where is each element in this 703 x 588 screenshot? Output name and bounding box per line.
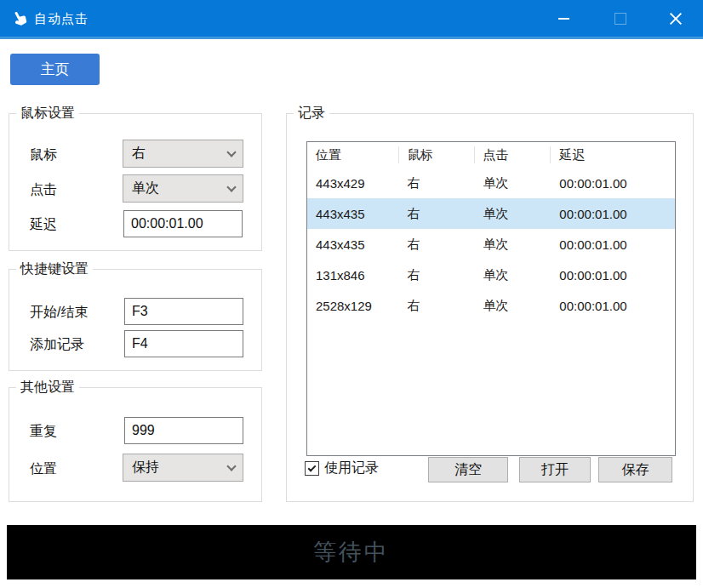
titlebar: 自动点击 bbox=[0, 0, 703, 39]
record-cell-click: 单次 bbox=[475, 206, 552, 222]
record-cell-delay: 00:00:01.00 bbox=[551, 237, 675, 252]
mouse-button-label: 鼠标 bbox=[30, 146, 57, 164]
click-type-label: 点击 bbox=[30, 181, 57, 199]
delay-label: 延迟 bbox=[30, 216, 57, 234]
app-hand-icon bbox=[11, 9, 30, 29]
mouse-button-value: 右 bbox=[132, 145, 146, 163]
add-record-hotkey-input[interactable] bbox=[124, 330, 243, 357]
check-icon bbox=[308, 463, 317, 471]
use-records-checkbox[interactable]: 使用记录 bbox=[305, 460, 379, 477]
close-button[interactable] bbox=[656, 0, 695, 37]
maximize-button[interactable] bbox=[601, 0, 640, 37]
record-cell-click: 单次 bbox=[475, 267, 552, 283]
click-type-value: 单次 bbox=[132, 180, 159, 197]
column-header-delay[interactable]: 延迟 bbox=[551, 146, 675, 163]
clear-button[interactable]: 清空 bbox=[428, 457, 508, 482]
start-stop-hotkey-input[interactable] bbox=[124, 298, 243, 325]
table-row[interactable]: 443x435 右 单次 00:00:01.00 bbox=[307, 229, 675, 260]
record-cell-mouse: 右 bbox=[399, 206, 475, 222]
records-table-header: 位置 鼠标 点击 延迟 bbox=[307, 142, 675, 168]
other-settings-title: 其他设置 bbox=[16, 379, 79, 397]
save-button[interactable]: 保存 bbox=[598, 457, 672, 482]
close-icon bbox=[669, 12, 683, 26]
window-title: 自动点击 bbox=[34, 11, 89, 27]
record-cell-mouse: 右 bbox=[399, 267, 475, 283]
delay-input[interactable] bbox=[123, 210, 243, 237]
click-type-select[interactable]: 单次 bbox=[123, 174, 243, 203]
column-header-click[interactable]: 点击 bbox=[475, 146, 552, 163]
record-cell-delay: 00:00:01.00 bbox=[551, 207, 675, 221]
table-row[interactable]: 443x429 右 单次 00:00:01.00 bbox=[307, 168, 675, 198]
record-cell-mouse: 右 bbox=[399, 175, 475, 191]
open-button[interactable]: 打开 bbox=[519, 457, 591, 482]
app-window: 自动点击 主页 鼠标设置 鼠标 右 点击 单次 延迟 快捷键设置 开始/结束 添… bbox=[0, 0, 703, 588]
start-stop-label: 开始/结束 bbox=[30, 304, 88, 322]
record-cell-click: 单次 bbox=[475, 175, 552, 191]
record-cell-mouse: 右 bbox=[399, 237, 475, 253]
record-cell-click: 单次 bbox=[475, 298, 552, 314]
record-cell-delay: 00:00:01.00 bbox=[551, 268, 675, 283]
chevron-down-icon bbox=[226, 461, 236, 471]
record-cell-position: 131x846 bbox=[307, 268, 399, 283]
maximize-icon bbox=[614, 13, 626, 25]
other-settings-group: 其他设置 bbox=[9, 387, 262, 502]
position-label: 位置 bbox=[30, 460, 57, 478]
repeat-label: 重复 bbox=[30, 423, 57, 441]
hotkey-settings-title: 快捷键设置 bbox=[16, 260, 93, 278]
record-cell-position: 2528x129 bbox=[307, 299, 399, 313]
record-cell-delay: 00:00:01.00 bbox=[551, 176, 675, 191]
record-cell-position: 443x435 bbox=[307, 237, 399, 252]
table-row-selected[interactable]: 443x435 右 单次 00:00:01.00 bbox=[307, 198, 675, 229]
repeat-count-input[interactable] bbox=[124, 417, 243, 444]
record-cell-position: 443x435 bbox=[307, 207, 399, 221]
column-header-mouse[interactable]: 鼠标 bbox=[399, 146, 475, 163]
minimize-button[interactable] bbox=[544, 0, 583, 37]
table-row[interactable]: 2528x129 右 单次 00:00:01.00 bbox=[307, 290, 675, 321]
table-row[interactable]: 131x846 右 单次 00:00:01.00 bbox=[307, 260, 675, 290]
checkbox-checked-icon bbox=[305, 461, 319, 476]
position-mode-select[interactable]: 保持 bbox=[123, 454, 243, 482]
records-title: 记录 bbox=[294, 105, 329, 123]
home-button[interactable]: 主页 bbox=[10, 54, 100, 85]
status-bar: 等待中 bbox=[7, 525, 696, 579]
chevron-down-icon bbox=[226, 182, 236, 191]
use-records-label: 使用记录 bbox=[324, 460, 379, 477]
chevron-down-icon bbox=[226, 147, 236, 157]
minimize-icon bbox=[558, 18, 569, 20]
record-cell-delay: 00:00:01.00 bbox=[551, 299, 675, 313]
record-cell-click: 单次 bbox=[475, 237, 552, 253]
record-cell-position: 443x429 bbox=[307, 176, 399, 191]
record-cell-mouse: 右 bbox=[399, 298, 475, 314]
mouse-button-select[interactable]: 右 bbox=[123, 140, 243, 168]
position-mode-value: 保持 bbox=[132, 459, 159, 477]
mouse-settings-title: 鼠标设置 bbox=[16, 105, 79, 123]
add-record-label: 添加记录 bbox=[30, 336, 84, 354]
records-table: 位置 鼠标 点击 延迟 443x429 右 单次 00:00:01.00 443… bbox=[306, 141, 676, 456]
status-text: 等待中 bbox=[313, 537, 390, 568]
column-header-position[interactable]: 位置 bbox=[307, 146, 399, 163]
